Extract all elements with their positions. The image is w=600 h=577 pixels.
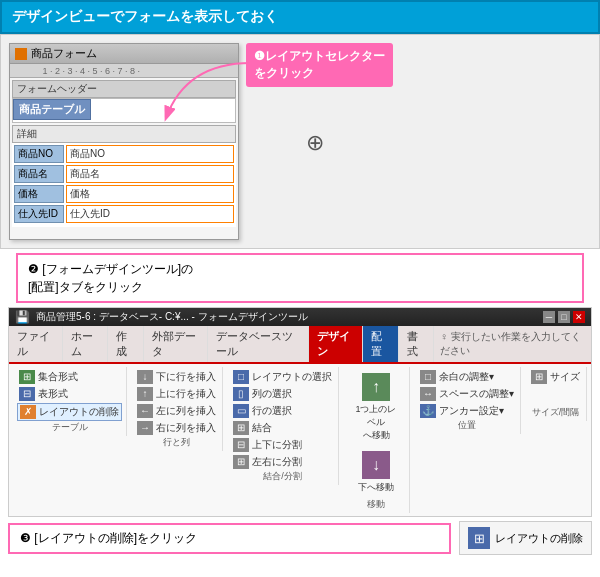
form-detail-label: 詳細 xyxy=(17,128,37,139)
btn-move-down-label: 下へ移動 xyxy=(358,481,394,494)
btn-select-col[interactable]: ▯ 列の選択 xyxy=(231,386,334,402)
btn-size-label: サイズ xyxy=(550,370,580,384)
form-label-1: 商品名 xyxy=(14,165,64,183)
btn-insert-left[interactable]: ← 左に列を挿入 xyxy=(135,403,218,419)
ribbon-area: 💾 商品管理5-6 : データベース- C:¥... - フォームデザインツール… xyxy=(8,307,592,517)
btn-tabular-label: 表形式 xyxy=(38,387,68,401)
btn-move-up-label: 1つ上のレベルへ移動 xyxy=(353,403,399,442)
btn-insert-below[interactable]: ↓ 下に行を挿入 xyxy=(135,369,218,385)
callout-area: ❶レイアウトセレクターをクリック xyxy=(246,43,393,87)
select-layout-icon: □ xyxy=(233,370,249,384)
callout-arrow-svg xyxy=(86,48,256,128)
insert-right-icon: → xyxy=(137,421,153,435)
ribbon-title: 商品管理5-6 : データベース- C:¥... - フォームデザインツール xyxy=(36,310,308,324)
btn-split-h-label: 左右に分割 xyxy=(252,455,302,469)
group-rows-label: 行と列 xyxy=(163,436,190,449)
maximize-btn[interactable]: □ xyxy=(558,311,570,323)
form-header-field: 商品テーブル xyxy=(13,99,91,120)
btn-margin-label: 余白の調整▾ xyxy=(439,370,494,384)
select-row-icon: ▭ xyxy=(233,404,249,418)
tab-home[interactable]: ホーム xyxy=(63,326,108,362)
group-merge-label: 結合/分割 xyxy=(263,470,302,483)
btn-split-v-label: 上下に分割 xyxy=(252,438,302,452)
btn-merge-label: 結合 xyxy=(252,421,272,435)
form-field-2: 価格 xyxy=(66,185,234,203)
btn-move-down[interactable]: ↓ 下へ移動 xyxy=(347,447,405,498)
btn-remove-layout[interactable]: ✗ レイアウトの削除 xyxy=(17,403,122,421)
group-move-label: 移動 xyxy=(367,498,385,511)
tab-format[interactable]: 書式 xyxy=(399,326,435,362)
group-table-label: テーブル xyxy=(52,421,88,434)
ribbon-titlebar: 💾 商品管理5-6 : データベース- C:¥... - フォームデザインツール… xyxy=(9,308,591,326)
spacing-icon: ↔ xyxy=(420,387,436,401)
anchor-icon: ⚓ xyxy=(420,404,436,418)
tab-external[interactable]: 外部データ xyxy=(144,326,208,362)
btn-size[interactable]: ⊞ サイズ xyxy=(529,369,582,385)
top-banner: デザインビューでフォームを表示しておく xyxy=(0,0,600,34)
btn-insert-left-label: 左に列を挿入 xyxy=(156,404,216,418)
merge-icon: ⊞ xyxy=(233,421,249,435)
close-btn[interactable]: ✕ xyxy=(573,311,585,323)
btn-spacing-label: スペースの調整▾ xyxy=(439,387,514,401)
btn-insert-below-label: 下に行を挿入 xyxy=(156,370,216,384)
tab-layout[interactable]: 配置 xyxy=(363,326,399,362)
group-size-label: サイズ/間隔 xyxy=(532,406,580,419)
ribbon-group-move: ↑ 1つ上のレベルへ移動 ↓ 下へ移動 移動 xyxy=(343,367,410,513)
instruction-3-num: ❸ xyxy=(20,531,31,545)
btn-merge[interactable]: ⊞ 結合 xyxy=(231,420,334,436)
ribbon-btn-group-table: ⊞ 集合形式 ⊟ 表形式 ✗ レイアウトの削除 xyxy=(17,369,122,421)
btn-select-row[interactable]: ▭ 行の選択 xyxy=(231,403,334,419)
delete-layout-button[interactable]: ⊞ レイアウトの削除 xyxy=(459,521,592,555)
select-col-icon: ▯ xyxy=(233,387,249,401)
btn-split-v[interactable]: ⊟ 上下に分割 xyxy=(231,437,334,453)
form-field-0: 商品NO xyxy=(66,145,234,163)
margin-icon: □ xyxy=(420,370,436,384)
btn-grid-form[interactable]: ⊞ 集合形式 xyxy=(17,369,122,385)
btn-insert-above[interactable]: ↑ 上に行を挿入 xyxy=(135,386,218,402)
tab-file[interactable]: ファイル xyxy=(9,326,63,362)
form-label-2: 価格 xyxy=(14,185,64,203)
btn-margin[interactable]: □ 余白の調整▾ xyxy=(418,369,516,385)
btn-tabular[interactable]: ⊟ 表形式 xyxy=(17,386,122,402)
instruction-2-wrapper: ❷ [フォームデザインツール]の[配置]タブをクリック xyxy=(8,253,592,303)
group-position-label: 位置 xyxy=(458,419,476,432)
btn-insert-right[interactable]: → 右に列を挿入 xyxy=(135,420,218,436)
btn-remove-layout-label: レイアウトの削除 xyxy=(39,405,119,419)
form-field-3: 仕入先ID xyxy=(66,205,234,223)
btn-insert-above-label: 上に行を挿入 xyxy=(156,387,216,401)
form-label-0: 商品NO xyxy=(14,145,64,163)
main-area: 商品フォーム 1 · 2 · 3 · 4 · 5 · 6 · 7 · 8 · フ… xyxy=(0,34,600,249)
form-detail-body: 商品NO 商品NO 商品名 商品名 価格 価格 仕入先ID 仕入先ID xyxy=(12,143,236,227)
top-banner-text: デザインビューでフォームを表示しておく xyxy=(12,8,278,24)
tab-create[interactable]: 作成 xyxy=(108,326,144,362)
btn-split-h[interactable]: ⊞ 左右に分割 xyxy=(231,454,334,470)
form-label-3: 仕入先ID xyxy=(14,205,64,223)
btn-spacing[interactable]: ↔ スペースの調整▾ xyxy=(418,386,516,402)
minimize-btn[interactable]: ─ xyxy=(543,311,555,323)
ribbon-group-merge: □ レイアウトの選択 ▯ 列の選択 ▭ 行の選択 ⊞ 結合 ⊟ 上下に分割 xyxy=(227,367,339,485)
tab-db-tools[interactable]: データベースツール xyxy=(208,326,309,362)
callout-1: ❶レイアウトセレクターをクリック xyxy=(246,43,393,87)
btn-move-up[interactable]: ↑ 1つ上のレベルへ移動 xyxy=(347,369,405,446)
tabular-icon: ⊟ xyxy=(19,387,35,401)
btn-anchor[interactable]: ⚓ アンカー設定▾ xyxy=(418,403,516,419)
ribbon-controls: ─ □ ✕ xyxy=(543,311,585,323)
ribbon-btn-group-merge: □ レイアウトの選択 ▯ 列の選択 ▭ 行の選択 ⊞ 結合 ⊟ 上下に分割 xyxy=(231,369,334,470)
form-field-1: 商品名 xyxy=(66,165,234,183)
ribbon-group-size: ⊞ サイズ サイズ/間隔 xyxy=(525,367,587,421)
insert-below-icon: ↓ xyxy=(137,370,153,384)
form-header-label: フォームヘッダー xyxy=(17,83,97,94)
tab-design[interactable]: デザイン xyxy=(309,326,363,362)
ribbon-btn-group-rows: ↓ 下に行を挿入 ↑ 上に行を挿入 ← 左に列を挿入 → 右に列を挿入 xyxy=(135,369,218,436)
instruction-2-num: ❷ xyxy=(28,262,39,276)
btn-select-layout[interactable]: □ レイアウトの選択 xyxy=(231,369,334,385)
search-hint: ♀ 実行したい作業を入力してください xyxy=(440,330,585,358)
ribbon-btn-group-size: ⊞ サイズ xyxy=(529,369,582,385)
bottom-section: ❸ [レイアウトの削除]をクリック ⊞ レイアウトの削除 xyxy=(8,521,592,555)
insert-above-icon: ↑ xyxy=(137,387,153,401)
ribbon-group-table: ⊞ 集合形式 ⊟ 表形式 ✗ レイアウトの削除 テーブル xyxy=(13,367,127,436)
form-icon xyxy=(15,48,27,60)
delete-layout-label: レイアウトの削除 xyxy=(495,531,583,546)
ribbon-search-area: ♀ 実行したい作業を入力してください xyxy=(434,326,591,362)
btn-grid-form-label: 集合形式 xyxy=(38,370,78,384)
